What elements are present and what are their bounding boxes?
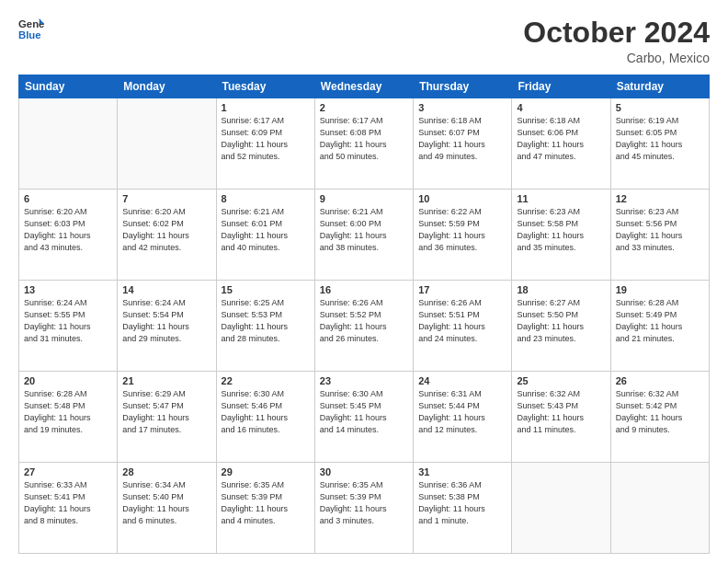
col-thursday: Thursday [414, 75, 512, 98]
day-number: 14 [122, 284, 210, 295]
day-info: Sunrise: 6:18 AM Sunset: 6:06 PM Dayligh… [517, 115, 605, 163]
day-info: Sunrise: 6:28 AM Sunset: 5:49 PM Dayligh… [616, 297, 704, 345]
calendar-cell: 29Sunrise: 6:35 AM Sunset: 5:39 PM Dayli… [216, 463, 314, 554]
calendar-cell: 17Sunrise: 6:26 AM Sunset: 5:51 PM Dayli… [414, 281, 512, 372]
day-number: 13 [24, 284, 112, 295]
logo-icon: General Blue [18, 17, 44, 42]
col-tuesday: Tuesday [216, 75, 314, 98]
day-info: Sunrise: 6:30 AM Sunset: 5:46 PM Dayligh… [222, 388, 310, 436]
calendar-cell: 25Sunrise: 6:32 AM Sunset: 5:43 PM Dayli… [512, 372, 610, 463]
day-number: 11 [517, 193, 605, 204]
logo: General Blue [18, 17, 44, 42]
day-info: Sunrise: 6:33 AM Sunset: 5:41 PM Dayligh… [24, 479, 112, 527]
day-number: 24 [418, 375, 506, 386]
day-number: 15 [222, 284, 310, 295]
calendar-cell: 28Sunrise: 6:34 AM Sunset: 5:40 PM Dayli… [118, 463, 216, 554]
col-saturday: Saturday [610, 75, 709, 98]
month-title: October 2024 [523, 17, 710, 49]
day-number: 6 [24, 193, 112, 204]
calendar-cell: 19Sunrise: 6:28 AM Sunset: 5:49 PM Dayli… [610, 281, 709, 372]
calendar-cell: 15Sunrise: 6:25 AM Sunset: 5:53 PM Dayli… [216, 281, 314, 372]
calendar-cell [118, 98, 216, 190]
calendar-cell: 10Sunrise: 6:22 AM Sunset: 5:59 PM Dayli… [414, 190, 512, 281]
calendar-cell: 23Sunrise: 6:30 AM Sunset: 5:45 PM Dayli… [314, 372, 413, 463]
calendar-cell: 27Sunrise: 6:33 AM Sunset: 5:41 PM Dayli… [19, 463, 118, 554]
day-number: 16 [320, 284, 408, 295]
day-info: Sunrise: 6:29 AM Sunset: 5:47 PM Dayligh… [122, 388, 210, 436]
calendar-cell: 22Sunrise: 6:30 AM Sunset: 5:46 PM Dayli… [216, 372, 314, 463]
calendar-week-2: 13Sunrise: 6:24 AM Sunset: 5:55 PM Dayli… [19, 281, 710, 372]
day-number: 20 [24, 375, 112, 386]
calendar-cell: 24Sunrise: 6:31 AM Sunset: 5:44 PM Dayli… [414, 372, 512, 463]
day-info: Sunrise: 6:24 AM Sunset: 5:55 PM Dayligh… [24, 297, 112, 345]
day-info: Sunrise: 6:24 AM Sunset: 5:54 PM Dayligh… [122, 297, 210, 345]
calendar-cell: 21Sunrise: 6:29 AM Sunset: 5:47 PM Dayli… [118, 372, 216, 463]
day-number: 28 [122, 466, 210, 477]
day-number: 18 [517, 284, 605, 295]
calendar-cell [512, 463, 610, 554]
day-info: Sunrise: 6:36 AM Sunset: 5:38 PM Dayligh… [418, 479, 506, 527]
calendar-page: General Blue October 2024 Carbo, Mexico … [0, 0, 728, 563]
calendar-cell: 7Sunrise: 6:20 AM Sunset: 6:02 PM Daylig… [118, 190, 216, 281]
day-number: 10 [418, 193, 506, 204]
day-info: Sunrise: 6:22 AM Sunset: 5:59 PM Dayligh… [418, 206, 506, 254]
calendar-cell: 1Sunrise: 6:17 AM Sunset: 6:09 PM Daylig… [216, 98, 314, 190]
day-number: 22 [222, 375, 310, 386]
col-wednesday: Wednesday [314, 75, 413, 98]
col-friday: Friday [512, 75, 610, 98]
calendar-week-1: 6Sunrise: 6:20 AM Sunset: 6:03 PM Daylig… [19, 190, 710, 281]
day-number: 26 [616, 375, 704, 386]
calendar-cell [610, 463, 709, 554]
day-number: 29 [222, 466, 310, 477]
calendar-week-0: 1Sunrise: 6:17 AM Sunset: 6:09 PM Daylig… [19, 98, 710, 190]
day-info: Sunrise: 6:19 AM Sunset: 6:05 PM Dayligh… [616, 115, 704, 163]
day-info: Sunrise: 6:34 AM Sunset: 5:40 PM Dayligh… [122, 479, 210, 527]
day-number: 9 [320, 193, 408, 204]
day-number: 30 [320, 466, 408, 477]
calendar-cell: 26Sunrise: 6:32 AM Sunset: 5:42 PM Dayli… [610, 372, 709, 463]
calendar-cell: 3Sunrise: 6:18 AM Sunset: 6:07 PM Daylig… [414, 98, 512, 190]
day-number: 23 [320, 375, 408, 386]
day-info: Sunrise: 6:17 AM Sunset: 6:08 PM Dayligh… [320, 115, 408, 163]
col-sunday: Sunday [19, 75, 118, 98]
calendar-cell: 14Sunrise: 6:24 AM Sunset: 5:54 PM Dayli… [118, 281, 216, 372]
calendar-cell: 30Sunrise: 6:35 AM Sunset: 5:39 PM Dayli… [314, 463, 413, 554]
day-info: Sunrise: 6:26 AM Sunset: 5:52 PM Dayligh… [320, 297, 408, 345]
day-info: Sunrise: 6:23 AM Sunset: 5:56 PM Dayligh… [616, 206, 704, 254]
day-number: 2 [320, 102, 408, 113]
day-info: Sunrise: 6:17 AM Sunset: 6:09 PM Dayligh… [222, 115, 310, 163]
day-info: Sunrise: 6:26 AM Sunset: 5:51 PM Dayligh… [418, 297, 506, 345]
day-info: Sunrise: 6:31 AM Sunset: 5:44 PM Dayligh… [418, 388, 506, 436]
day-info: Sunrise: 6:20 AM Sunset: 6:02 PM Dayligh… [122, 206, 210, 254]
calendar-cell: 5Sunrise: 6:19 AM Sunset: 6:05 PM Daylig… [610, 98, 709, 190]
day-number: 25 [517, 375, 605, 386]
calendar-cell: 4Sunrise: 6:18 AM Sunset: 6:06 PM Daylig… [512, 98, 610, 190]
header-row: Sunday Monday Tuesday Wednesday Thursday… [19, 75, 710, 98]
day-info: Sunrise: 6:32 AM Sunset: 5:43 PM Dayligh… [517, 388, 605, 436]
day-info: Sunrise: 6:20 AM Sunset: 6:03 PM Dayligh… [24, 206, 112, 254]
calendar-cell: 9Sunrise: 6:21 AM Sunset: 6:00 PM Daylig… [314, 190, 413, 281]
svg-text:Blue: Blue [18, 29, 41, 40]
header: General Blue October 2024 Carbo, Mexico [18, 17, 710, 65]
day-number: 5 [616, 102, 704, 113]
day-info: Sunrise: 6:30 AM Sunset: 5:45 PM Dayligh… [320, 388, 408, 436]
day-number: 19 [616, 284, 704, 295]
calendar-week-4: 27Sunrise: 6:33 AM Sunset: 5:41 PM Dayli… [19, 463, 710, 554]
day-info: Sunrise: 6:35 AM Sunset: 5:39 PM Dayligh… [222, 479, 310, 527]
day-number: 4 [517, 102, 605, 113]
day-number: 17 [418, 284, 506, 295]
calendar-cell: 11Sunrise: 6:23 AM Sunset: 5:58 PM Dayli… [512, 190, 610, 281]
calendar-cell: 12Sunrise: 6:23 AM Sunset: 5:56 PM Dayli… [610, 190, 709, 281]
day-info: Sunrise: 6:35 AM Sunset: 5:39 PM Dayligh… [320, 479, 408, 527]
calendar-cell: 31Sunrise: 6:36 AM Sunset: 5:38 PM Dayli… [414, 463, 512, 554]
calendar-table: Sunday Monday Tuesday Wednesday Thursday… [18, 75, 710, 554]
day-info: Sunrise: 6:27 AM Sunset: 5:50 PM Dayligh… [517, 297, 605, 345]
day-info: Sunrise: 6:18 AM Sunset: 6:07 PM Dayligh… [418, 115, 506, 163]
col-monday: Monday [118, 75, 216, 98]
calendar-cell: 20Sunrise: 6:28 AM Sunset: 5:48 PM Dayli… [19, 372, 118, 463]
day-number: 12 [616, 193, 704, 204]
calendar-cell: 18Sunrise: 6:27 AM Sunset: 5:50 PM Dayli… [512, 281, 610, 372]
calendar-week-3: 20Sunrise: 6:28 AM Sunset: 5:48 PM Dayli… [19, 372, 710, 463]
calendar-cell: 8Sunrise: 6:21 AM Sunset: 6:01 PM Daylig… [216, 190, 314, 281]
day-info: Sunrise: 6:21 AM Sunset: 6:01 PM Dayligh… [222, 206, 310, 254]
